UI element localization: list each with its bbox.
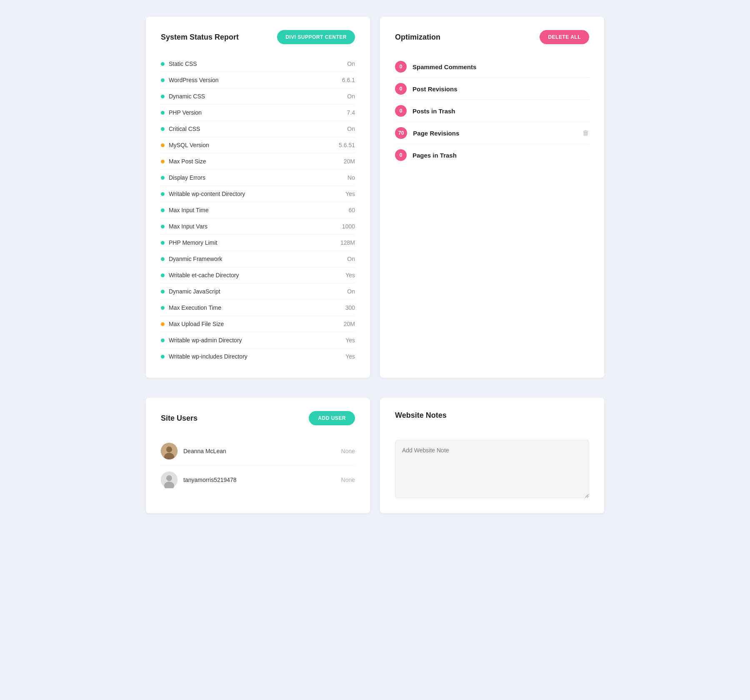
svg-point-1 [166, 447, 172, 452]
status-label-text: Display Errors [169, 174, 205, 181]
site-users-card: Site Users ADD USER Deanna McLean None t… [146, 398, 370, 513]
status-value: 20M [344, 321, 355, 327]
status-dot [161, 160, 165, 163]
list-item: 0 Pages in Trash [395, 144, 589, 166]
delete-all-button[interactable]: DELETE ALL [540, 30, 589, 44]
optimization-title: Optimization [395, 33, 440, 42]
status-dot [161, 127, 165, 131]
list-item: 0 Posts in Trash [395, 100, 589, 122]
status-dot [161, 306, 165, 310]
table-row: WordPress Version 6.6.1 [161, 72, 355, 88]
status-dot [161, 355, 165, 359]
list-item: tanyamorris5219478 None [161, 466, 355, 494]
status-label: Dynamic CSS [161, 93, 205, 100]
status-value: On [347, 125, 355, 132]
optimization-label: Spammed Comments [412, 63, 589, 70]
status-label: MySQL Version [161, 142, 209, 148]
status-label-text: PHP Version [169, 109, 202, 116]
status-label: Display Errors [161, 174, 205, 181]
status-label-text: Max Upload File Size [169, 321, 224, 327]
status-label: Writable wp-includes Directory [161, 353, 248, 360]
status-value: On [347, 288, 355, 295]
website-notes-header: Website Notes [395, 411, 589, 420]
status-dot [161, 339, 165, 342]
status-label: Dyanmic Framework [161, 256, 222, 262]
status-dot [161, 78, 165, 82]
trash-icon[interactable]: 🗑 [582, 129, 589, 137]
add-user-button[interactable]: ADD USER [309, 411, 355, 425]
status-dot [161, 208, 165, 212]
table-row: Max Post Size 20M [161, 153, 355, 170]
status-dot [161, 143, 165, 147]
status-value: No [348, 174, 355, 181]
table-row: PHP Memory Limit 128M [161, 235, 355, 251]
optimization-badge: 0 [395, 83, 407, 95]
status-value: 300 [345, 304, 355, 311]
status-dot [161, 176, 165, 180]
optimization-badge: 0 [395, 105, 407, 117]
status-label: Static CSS [161, 60, 197, 67]
status-dot [161, 273, 165, 277]
site-users-title: Site Users [161, 414, 198, 423]
status-value: 20M [344, 158, 355, 165]
status-value: On [347, 93, 355, 100]
table-row: Max Input Time 60 [161, 202, 355, 218]
status-label: PHP Memory Limit [161, 239, 217, 246]
optimization-label: Page Revisions [413, 130, 577, 137]
website-notes-title: Website Notes [395, 411, 447, 420]
status-value: Yes [345, 337, 355, 344]
table-row: Max Input Vars 1000 [161, 218, 355, 235]
status-value: 6.6.1 [342, 77, 355, 83]
status-value: 7.4 [347, 109, 355, 116]
status-label-text: Dyanmic Framework [169, 256, 222, 262]
status-value: Yes [345, 353, 355, 360]
status-value: On [347, 256, 355, 262]
website-notes-textarea[interactable] [395, 440, 589, 498]
user-role: None [341, 477, 355, 483]
table-row: Writable wp-includes Directory Yes [161, 349, 355, 364]
optimization-label: Pages in Trash [412, 152, 589, 159]
site-users-header: Site Users ADD USER [161, 411, 355, 425]
status-label-text: Max Post Size [169, 158, 206, 165]
optimization-badge: 70 [395, 127, 407, 139]
list-item: 70 Page Revisions 🗑 [395, 122, 589, 144]
system-status-card: System Status Report DIVI SUPPORT CENTER… [146, 17, 370, 378]
status-label-text: Writable wp-admin Directory [169, 337, 242, 344]
status-dot [161, 62, 165, 66]
user-role: None [341, 448, 355, 454]
status-dot [161, 225, 165, 228]
status-label: Writable wp-content Directory [161, 191, 245, 197]
status-label: Dynamic JavaScript [161, 288, 220, 295]
status-dot [161, 95, 165, 98]
table-row: PHP Version 7.4 [161, 105, 355, 121]
status-value: On [347, 60, 355, 67]
status-label-text: Dynamic CSS [169, 93, 205, 100]
divi-support-center-button[interactable]: DIVI SUPPORT CENTER [277, 30, 355, 44]
status-label-text: Writable wp-content Directory [169, 191, 245, 197]
optimization-badge: 0 [395, 61, 407, 73]
status-label: Max Post Size [161, 158, 206, 165]
system-status-title: System Status Report [161, 33, 239, 42]
status-label-text: Static CSS [169, 60, 197, 67]
status-dot [161, 322, 165, 326]
optimization-card: Optimization DELETE ALL 0 Spammed Commen… [380, 17, 604, 378]
table-row: Critical CSS On [161, 121, 355, 137]
status-label-text: Writable et-cache Directory [169, 272, 239, 278]
table-row: Static CSS On [161, 56, 355, 72]
avatar [161, 443, 178, 459]
user-name: Deanna McLean [183, 448, 335, 454]
status-label-text: Max Execution Time [169, 304, 221, 311]
list-item: 0 Spammed Comments [395, 56, 589, 78]
optimization-badge: 0 [395, 149, 407, 161]
system-status-rows: Static CSS On WordPress Version 6.6.1 Dy… [161, 56, 355, 364]
status-label: Max Upload File Size [161, 321, 224, 327]
status-value: 5.6.51 [339, 142, 355, 148]
table-row: MySQL Version 5.6.51 [161, 137, 355, 153]
status-label: Max Execution Time [161, 304, 221, 311]
optimization-label: Posts in Trash [412, 108, 589, 115]
status-label: PHP Version [161, 109, 202, 116]
table-row: Display Errors No [161, 170, 355, 186]
status-label: Writable et-cache Directory [161, 272, 239, 278]
status-label: WordPress Version [161, 77, 219, 83]
svg-point-4 [166, 475, 172, 481]
